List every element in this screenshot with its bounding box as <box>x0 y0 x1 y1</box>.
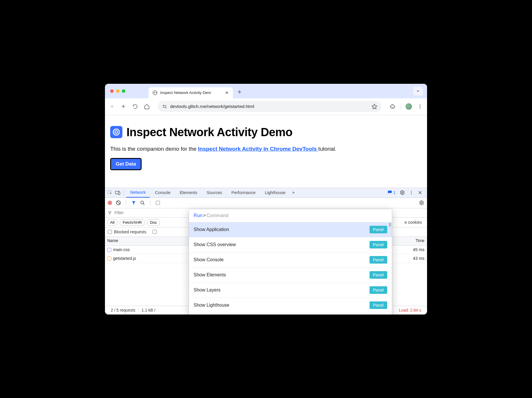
devtools-tab-bar: Network Console Elements Sources Perform… <box>105 188 427 198</box>
scrollbar-thumb[interactable] <box>389 223 391 227</box>
blocked-requests-checkbox[interactable]: Blocked requests <box>108 230 146 234</box>
status-transferred: 1.1 kB / <box>139 308 158 312</box>
tabs-dropdown-button[interactable] <box>413 87 423 95</box>
tab-elements[interactable]: Elements <box>176 188 201 198</box>
svg-point-18 <box>411 193 412 194</box>
tab-strip: Inspect Network Activity Dem ✕ ＋ <box>105 84 427 98</box>
divider <box>150 200 151 206</box>
close-tab-icon[interactable]: ✕ <box>225 90 229 95</box>
command-list: Show ApplicationPanel Show CSS overviewP… <box>189 222 392 315</box>
css-file-icon <box>107 248 111 252</box>
command-placeholder: Command <box>206 213 228 218</box>
command-item-show-lighthouse[interactable]: Show LighthousePanel <box>189 298 392 313</box>
toolbar-separator <box>401 103 401 110</box>
chip-all[interactable]: All <box>107 219 117 226</box>
chip-doc[interactable]: Doc <box>147 219 160 226</box>
tab-sources[interactable]: Sources <box>203 188 226 198</box>
file-name: main.css <box>113 247 130 252</box>
file-name: getstarted.js <box>113 256 136 261</box>
close-devtools-icon[interactable] <box>418 190 422 195</box>
command-item-show-media[interactable]: Show MediaPanel <box>189 313 392 315</box>
search-icon[interactable] <box>140 200 145 205</box>
tab-network[interactable]: Network <box>126 188 150 198</box>
status-requests: 2 / 5 requests <box>108 308 139 312</box>
inspect-element-icon[interactable] <box>107 190 114 195</box>
svg-point-16 <box>411 191 412 192</box>
issues-badge[interactable]: 1 <box>388 190 396 195</box>
extensions-icon[interactable] <box>389 103 396 110</box>
run-label: Run <box>194 213 202 218</box>
chip-fetch-xhr[interactable]: Fetch/XHR <box>120 219 145 226</box>
command-item-show-elements[interactable]: Show ElementsPanel <box>189 267 392 282</box>
svg-rect-14 <box>118 192 120 195</box>
browser-toolbar: devtools.glitch.me/network/getstarted.ht… <box>105 98 427 115</box>
browser-window: Inspect Network Activity Dem ✕ ＋ devtool… <box>105 84 427 315</box>
browser-tab[interactable]: Inspect Network Activity Dem ✕ <box>149 87 233 98</box>
chrome-menu-icon[interactable] <box>417 103 424 110</box>
command-item-show-layers[interactable]: Show LayersPanel <box>189 282 392 298</box>
new-tab-button[interactable]: ＋ <box>236 87 243 96</box>
svg-point-17 <box>411 192 412 193</box>
minimize-window-icon[interactable] <box>116 89 119 93</box>
profile-avatar[interactable] <box>406 103 412 110</box>
devtools-right-controls: 1 <box>388 190 425 195</box>
network-toolbar <box>105 198 427 208</box>
filter-input[interactable] <box>115 210 165 215</box>
site-settings-icon[interactable] <box>162 104 167 109</box>
svg-point-11 <box>115 131 117 133</box>
devtools-menu-icon[interactable] <box>409 190 414 195</box>
record-icon[interactable] <box>108 201 112 205</box>
svg-point-2 <box>163 105 164 106</box>
svg-point-21 <box>141 201 144 204</box>
svg-point-4 <box>165 107 166 108</box>
command-item-show-console[interactable]: Show ConsolePanel <box>189 252 392 267</box>
clear-icon[interactable] <box>116 200 121 205</box>
maximize-window-icon[interactable] <box>122 89 125 93</box>
svg-point-9 <box>420 108 421 109</box>
svg-line-22 <box>143 203 144 205</box>
globe-icon <box>153 90 157 95</box>
column-time[interactable]: Time <box>389 237 427 245</box>
bookmark-star-icon[interactable] <box>372 104 377 109</box>
more-tabs-icon[interactable] <box>291 191 297 195</box>
page-content: Inspect Network Activity Demo This is th… <box>105 115 427 176</box>
issues-count: 1 <box>393 190 396 195</box>
tab-console[interactable]: Console <box>151 188 174 198</box>
page-header: Inspect Network Activity Demo <box>110 126 422 139</box>
reload-icon[interactable] <box>132 103 139 110</box>
address-bar[interactable]: devtools.glitch.me/network/getstarted.ht… <box>158 101 381 112</box>
filter-funnel-icon[interactable] <box>131 200 136 205</box>
third-party-checkbox[interactable] <box>153 230 157 234</box>
svg-point-10 <box>113 129 119 135</box>
filter-icon <box>108 211 112 215</box>
forward-icon[interactable] <box>120 103 127 110</box>
command-menu: Run > Command Show ApplicationPanel Show… <box>189 209 392 315</box>
tab-title: Inspect Network Activity Dem <box>160 90 211 95</box>
close-window-icon[interactable] <box>110 89 114 93</box>
home-icon[interactable] <box>143 103 150 110</box>
page-title: Inspect Network Activity Demo <box>126 126 292 139</box>
device-toolbar-icon[interactable] <box>115 190 121 195</box>
tutorial-link[interactable]: Inspect Network Activity In Chrome DevTo… <box>198 146 318 152</box>
command-input[interactable]: Run > Command <box>189 209 392 222</box>
page-description: This is the companion demo for the Inspe… <box>110 146 422 152</box>
svg-marker-6 <box>372 104 377 109</box>
traffic-lights <box>108 89 125 93</box>
tab-performance[interactable]: Performance <box>227 188 260 198</box>
tab-lighthouse[interactable]: Lighthouse <box>261 188 290 198</box>
back-icon[interactable] <box>108 103 115 110</box>
devtools-logo-icon <box>110 126 122 138</box>
status-load: Load: 2.84 s <box>396 308 424 312</box>
get-data-button[interactable]: Get Data <box>110 158 142 170</box>
svg-point-8 <box>420 106 421 107</box>
command-item-show-css-overview[interactable]: Show CSS overviewPanel <box>189 237 392 252</box>
settings-gear-icon[interactable] <box>400 190 405 195</box>
preserve-log-checkbox[interactable] <box>156 201 160 205</box>
prompt-caret: > <box>203 213 206 218</box>
svg-point-7 <box>420 104 421 105</box>
divider <box>126 200 126 206</box>
command-item-show-application[interactable]: Show ApplicationPanel <box>189 222 392 237</box>
network-settings-gear-icon[interactable] <box>419 200 424 205</box>
cell-time: 45 ms <box>389 246 427 253</box>
js-file-icon <box>107 257 111 261</box>
